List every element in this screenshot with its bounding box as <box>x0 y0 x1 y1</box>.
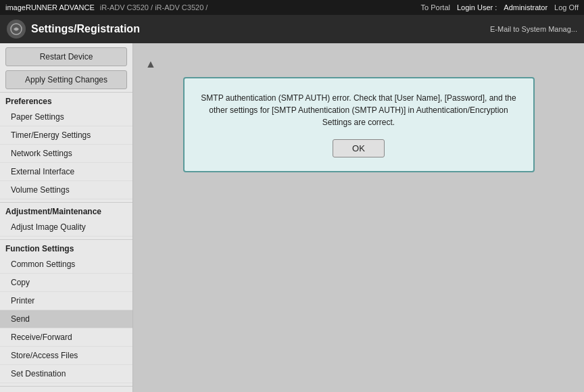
portal-link[interactable]: To Portal <box>421 3 450 11</box>
sidebar-item-send[interactable]: Send <box>0 310 132 328</box>
email-system-manage[interactable]: E-Mail to System Manag... <box>490 25 577 33</box>
restart-device-button[interactable]: Restart Device <box>5 47 127 66</box>
main-layout: Restart Device Apply Setting Changes Pre… <box>0 43 584 392</box>
sidebar-section-management-settings: Management Settings <box>0 386 132 392</box>
sidebar-item-printer[interactable]: Printer <box>0 292 132 310</box>
user-name: Administrator <box>504 3 548 11</box>
app-name: imageRUNNER ADVANCE <box>5 3 95 11</box>
login-label: Login User : <box>457 3 497 11</box>
dialog-message: SMTP authentication (SMTP AUTH) error. C… <box>201 92 517 128</box>
app-logo <box>7 20 26 39</box>
device-label: iR-ADV C3520 / iR-ADV C3520 / <box>100 3 208 11</box>
sidebar-item-set-destination[interactable]: Set Destination <box>0 365 132 383</box>
top-bar-left: imageRUNNER ADVANCE iR-ADV C3520 / iR-AD… <box>5 3 208 11</box>
sidebar-item-network-settings[interactable]: Network Settings <box>0 145 132 163</box>
sidebar-item-receive-forward[interactable]: Receive/Forward <box>0 328 132 347</box>
logout-link[interactable]: Log Off <box>554 3 579 11</box>
main-content: ▲ SMTP authentication (SMTP AUTH) error.… <box>133 43 584 392</box>
sidebar-item-common-settings[interactable]: Common Settings <box>0 255 132 274</box>
smtp-error-dialog: SMTP authentication (SMTP AUTH) error. C… <box>183 77 535 172</box>
sidebar-item-store-access-files[interactable]: Store/Access Files <box>0 347 132 365</box>
top-bar: imageRUNNER ADVANCE iR-ADV C3520 / iR-AD… <box>0 0 584 15</box>
top-bar-right: To Portal Login User : Administrator Log… <box>421 3 579 11</box>
apply-setting-changes-button[interactable]: Apply Setting Changes <box>5 70 127 89</box>
header-title: Settings/Registration <box>31 23 140 35</box>
sidebar-section-preferences: Preferences <box>0 92 132 108</box>
sidebar: Restart Device Apply Setting Changes Pre… <box>0 43 133 392</box>
dialog-ok-button[interactable]: OK <box>333 139 385 157</box>
sidebar-item-copy[interactable]: Copy <box>0 274 132 292</box>
header-left: Settings/Registration <box>7 20 140 39</box>
sidebar-item-adjust-image-quality[interactable]: Adjust Image Quality <box>0 218 132 237</box>
dialog-overlay: SMTP authentication (SMTP AUTH) error. C… <box>160 77 557 172</box>
scroll-up-arrow: ▲ <box>145 58 577 70</box>
header: Settings/Registration E-Mail to System M… <box>0 15 584 43</box>
sidebar-section-function-settings: Function Settings <box>0 239 132 255</box>
sidebar-section-adjustment: Adjustment/Maintenance <box>0 202 132 218</box>
sidebar-item-volume-settings[interactable]: Volume Settings <box>0 181 132 199</box>
sidebar-item-paper-settings[interactable]: Paper Settings <box>0 108 132 126</box>
sidebar-item-external-interface[interactable]: External Interface <box>0 163 132 181</box>
sidebar-item-timer-energy-settings[interactable]: Timer/Energy Settings <box>0 126 132 145</box>
